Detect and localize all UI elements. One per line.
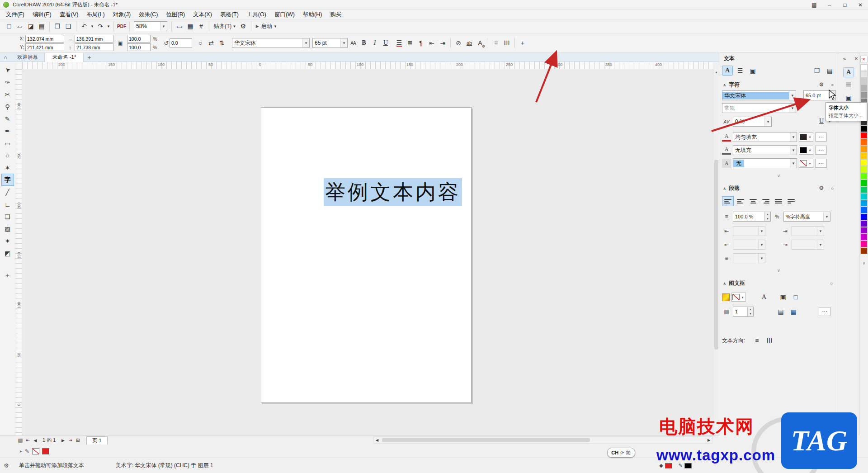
palette-expand-icon[interactable]: ∨ xyxy=(859,261,868,265)
variable-fonts-button[interactable]: AA xyxy=(348,38,359,48)
background-settings-button[interactable]: ⋯ xyxy=(815,159,827,168)
menu-tools[interactable]: 工具(O) xyxy=(243,10,270,19)
scale-x-field[interactable]: 100.0 xyxy=(127,35,151,43)
palette-color[interactable] xyxy=(860,146,868,152)
section-gear-icon[interactable]: ⚙ xyxy=(817,184,826,193)
connector-tool[interactable]: ∟ xyxy=(1,198,14,210)
section-pin-icon[interactable]: ○ xyxy=(828,80,837,89)
redo-button[interactable]: ↷ xyxy=(95,21,106,32)
mirror-horizontal-button[interactable]: ⇄ xyxy=(206,38,217,48)
palette-color[interactable] xyxy=(860,152,868,159)
scroll-left-icon[interactable]: ◀ xyxy=(374,437,380,443)
line-height-field[interactable]: 100.0 % ▴ ▾ xyxy=(733,212,771,222)
transparency-tool[interactable]: ▨ xyxy=(1,222,14,235)
previous-page-button[interactable]: ◀ xyxy=(32,436,39,445)
text-tool[interactable]: 字 xyxy=(1,174,14,186)
redo-dropdown-icon[interactable]: ▾ xyxy=(106,21,111,32)
snap-to-button[interactable]: 贴齐(T) ▾ xyxy=(212,21,238,32)
palette-color[interactable] xyxy=(860,220,868,227)
increase-indent-button[interactable]: ⇥ xyxy=(437,38,448,48)
outline-position-button[interactable]: ○ xyxy=(195,38,206,48)
scale-lock-button[interactable]: ▣ xyxy=(115,38,126,48)
menu-object[interactable]: 对象(J) xyxy=(109,10,135,19)
palette-color[interactable] xyxy=(860,132,868,139)
menu-edit[interactable]: 编辑(E) xyxy=(28,10,56,19)
palette-color[interactable] xyxy=(860,139,868,146)
align-justify-button[interactable] xyxy=(773,196,784,206)
palette-color[interactable] xyxy=(860,173,868,180)
font-style-select[interactable]: 常规 ▾ xyxy=(722,103,796,113)
y-position-field[interactable]: 211.421 mm xyxy=(25,43,64,51)
height-field[interactable]: 21.738 mm xyxy=(75,43,113,51)
font-family-select[interactable]: 华文宋体 ▾ xyxy=(232,38,310,48)
next-page-button[interactable]: ▶ xyxy=(59,436,66,445)
new-document-button[interactable]: □ xyxy=(4,21,14,32)
align-to-baseline-button[interactable]: ▦ xyxy=(788,307,799,317)
parallel-dimension-tool[interactable]: ╱ xyxy=(1,186,14,198)
home-tab[interactable]: ⌂ xyxy=(0,53,11,62)
drop-shadow-tool[interactable]: ❏ xyxy=(1,210,14,222)
align-left-button[interactable] xyxy=(735,196,746,206)
chevron-up-icon[interactable]: ∧ xyxy=(723,281,726,286)
paragraph-collapse-chevron[interactable]: ∨ xyxy=(719,268,838,273)
kerning-select[interactable]: 0 % ▾ xyxy=(733,117,772,127)
first-page-button[interactable]: ⇤ xyxy=(24,436,32,445)
menu-buy[interactable]: 购买 xyxy=(326,10,345,19)
menu-layout[interactable]: 布局(L) xyxy=(82,10,108,19)
palette-color[interactable] xyxy=(860,125,868,132)
palette-color[interactable] xyxy=(860,247,868,254)
frame-color-picker[interactable]: ▾ xyxy=(731,293,746,302)
edit-text-button[interactable]: ab xyxy=(464,38,475,48)
menu-text[interactable]: 文本(X) xyxy=(189,10,216,19)
chevron-up-icon[interactable]: ∧ xyxy=(723,186,726,191)
font-size-select[interactable]: 65 pt ▾ xyxy=(312,38,348,48)
scrollbar-thumb[interactable] xyxy=(382,438,590,442)
undo-dropdown-icon[interactable]: ▾ xyxy=(90,21,95,32)
baseline-grid-button[interactable]: ▤ xyxy=(775,307,786,317)
shape-tool[interactable]: ✑ xyxy=(1,76,14,88)
frame-align-button[interactable]: ▣ xyxy=(778,292,788,302)
flyout-icon[interactable]: ▸ xyxy=(20,449,22,454)
show-guidelines-button[interactable]: # xyxy=(196,21,207,32)
options-gear-icon[interactable]: ⚙ xyxy=(238,21,249,32)
horizontal-text-button[interactable]: ≡ xyxy=(751,336,762,345)
spin-up-icon[interactable]: ▴ xyxy=(748,307,753,312)
document-no-color-swatch[interactable] xyxy=(32,448,39,454)
chevron-up-icon[interactable]: ∧ xyxy=(723,83,726,87)
vertical-ruler[interactable]: 300 250 200 150 100 50 0 xyxy=(15,69,22,435)
zoom-tool[interactable]: ⚲ xyxy=(1,100,14,113)
bold-button[interactable]: B xyxy=(359,38,369,48)
line-height-spinner[interactable]: ▴ ▾ xyxy=(764,212,770,221)
ellipse-tool[interactable]: ○ xyxy=(1,149,14,161)
zoom-level-select[interactable]: 58% ▾ xyxy=(134,21,167,31)
palette-color[interactable] xyxy=(860,78,868,85)
fill-color-picker[interactable]: ▾ xyxy=(799,132,813,142)
document-color-swatch[interactable] xyxy=(42,448,49,454)
palette-color[interactable] xyxy=(860,193,868,200)
print-button[interactable]: ▤ xyxy=(36,21,47,32)
palette-color[interactable] xyxy=(860,186,868,193)
eyedropper-tool[interactable]: ✦ xyxy=(1,235,14,247)
fill-settings-button[interactable]: ⋯ xyxy=(815,132,827,142)
spin-down-icon[interactable]: ▾ xyxy=(748,312,753,316)
spin-down-icon[interactable]: ▾ xyxy=(830,95,835,100)
text-properties-button[interactable]: A ⚙ xyxy=(475,38,486,48)
align-center-button[interactable] xyxy=(747,196,759,206)
vertical-text-button[interactable]: ☰ xyxy=(764,336,775,345)
frame-tab[interactable]: ▣ xyxy=(747,66,758,76)
section-pin-icon[interactable]: ○ xyxy=(827,279,836,288)
ink-toolbar-icon[interactable]: ▤ xyxy=(807,0,822,10)
pdf-button[interactable]: PDF xyxy=(116,21,127,32)
customize-toolbar-button[interactable]: + xyxy=(517,38,528,48)
launch-button[interactable]: ▶ 启动 ▾ xyxy=(254,21,278,32)
show-rulers-button[interactable]: ▭ xyxy=(174,21,185,32)
align-baseline-button[interactable]: ≡ xyxy=(491,38,501,48)
outline-settings-button[interactable]: ⋯ xyxy=(815,146,827,155)
palette-color[interactable] xyxy=(860,159,868,166)
outline-color-picker[interactable]: ▾ xyxy=(799,146,813,155)
frame-text-fit-button[interactable]: A xyxy=(759,292,769,302)
undo-button[interactable]: ↶ xyxy=(79,21,90,32)
align-right-button[interactable] xyxy=(760,196,772,206)
horizontal-ruler[interactable]: 200 150 100 50 0 50 100 150 200 250 300 … xyxy=(22,62,713,69)
palette-color[interactable] xyxy=(860,71,868,78)
